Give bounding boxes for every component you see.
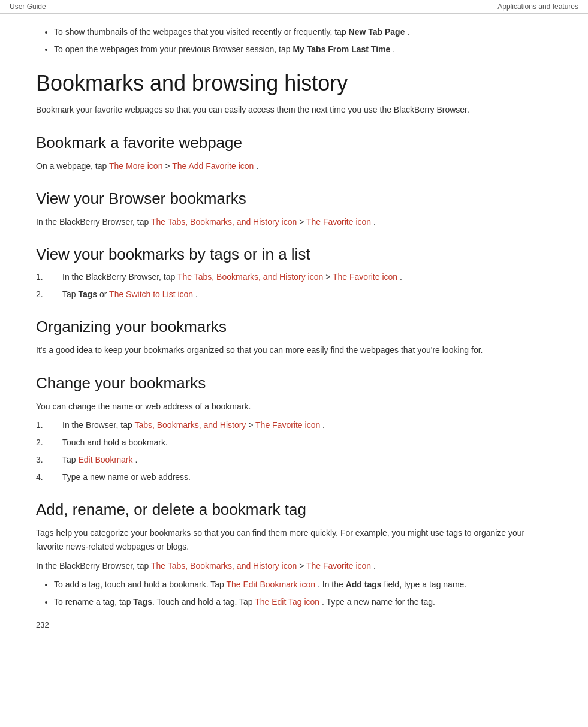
list-item: To open the webpages from your previous … [54,43,527,56]
section-title-view-by-tags: View your bookmarks by tags or in a list [36,245,527,264]
section-body-bookmark-favorite: On a webpage, tap The More icon > The Ad… [36,159,527,173]
list-item: 2. Touch and hold a bookmark. [36,436,527,449]
section-body-view-bookmarks: In the BlackBerry Browser, tap The Tabs,… [36,215,527,228]
change-bookmarks-list: 1. In the Browser, tap Tabs, Bookmarks, … [36,419,527,484]
list-item: To rename a tag, tap Tags. Touch and hol… [54,596,527,608]
add-favorite-icon-link[interactable]: The Add Favorite icon [172,161,254,171]
header-left: User Guide [10,2,46,11]
favorite-icon-link-3[interactable]: The Favorite icon [255,420,320,430]
intro-bullet-list: To show thumbnails of the webpages that … [36,26,527,56]
section-title-bookmark-favorite: Bookmark a favorite webpage [36,134,527,152]
section-body-organizing: It's a good idea to keep your bookmarks … [36,343,527,357]
more-icon-link[interactable]: The More icon [109,161,165,171]
list-item: 3. Tap Edit Bookmark . [36,454,527,466]
favorite-icon-link-4[interactable]: The Favorite icon [306,561,371,571]
list-item: 4. Type a new name or web address. [36,471,527,484]
section-intro-change-bookmarks: You can change the name or web address o… [36,400,527,413]
tabs-bookmarks-history-icon-link-4[interactable]: The Tabs, Bookmarks, and History icon [151,561,299,571]
view-by-tags-list: 1. In the BlackBerry Browser, tap The Ta… [36,271,527,301]
tabs-bookmarks-history-icon-link-1[interactable]: The Tabs, Bookmarks, and History icon [151,217,299,227]
section-intro-add-rename: Tags help you categorize your bookmarks … [36,526,527,553]
add-rename-bullet-list: To add a tag, touch and hold a bookmark.… [36,578,527,608]
edit-bookmark-icon-link[interactable]: The Edit Bookmark icon [226,580,315,589]
list-item: 2. Tap Tags or The Switch to List icon . [36,288,527,301]
favorite-icon-link-1[interactable]: The Favorite icon [306,217,371,227]
content-area: To show thumbnails of the webpages that … [0,14,551,653]
page-container: User Guide Applications and features To … [0,0,588,727]
list-item: To show thumbnails of the webpages that … [54,26,527,38]
main-section-title: Bookmarks and browsing history [36,70,527,96]
list-item: To add a tag, touch and hold a bookmark.… [54,578,527,591]
section-title-add-rename-delete: Add, rename, or delete a bookmark tag [36,500,527,519]
favorite-icon-link-2[interactable]: The Favorite icon [333,272,397,282]
list-item: 1. In the Browser, tap Tabs, Bookmarks, … [36,419,527,432]
top-bar: User Guide Applications and features [0,0,588,14]
section-title-view-bookmarks: View your Browser bookmarks [36,189,527,208]
main-section-intro: Bookmark your favorite webpages so that … [36,103,527,116]
tabs-bookmarks-history-link-3[interactable]: Tabs, Bookmarks, and History [134,420,248,430]
switch-to-list-icon-link[interactable]: The Switch to List icon [109,289,193,299]
tabs-bookmarks-history-icon-link-2[interactable]: The Tabs, Bookmarks, and History icon [177,272,325,282]
edit-tag-icon-link[interactable]: The Edit Tag icon [255,597,319,607]
list-item: 1. In the BlackBerry Browser, tap The Ta… [36,271,527,283]
section-title-change-bookmarks: Change your bookmarks [36,374,527,393]
header-right: Applications and features [497,2,578,11]
section-title-organizing: Organizing your bookmarks [36,318,527,336]
page-number: 232 [36,620,527,629]
section-body-add-rename: In the BlackBerry Browser, tap The Tabs,… [36,559,527,572]
edit-bookmark-link[interactable]: Edit Bookmark [78,455,132,464]
